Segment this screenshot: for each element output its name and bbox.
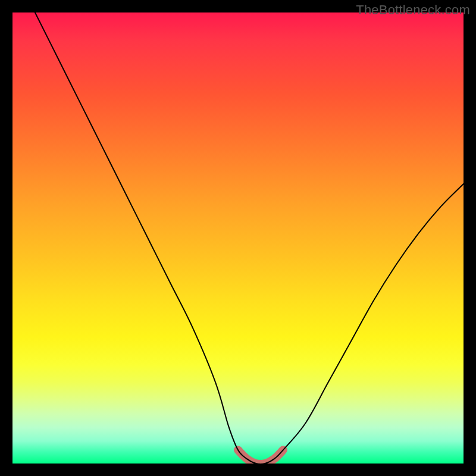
watermark-text: TheBottleneck.com xyxy=(356,2,470,18)
chart-frame: TheBottleneck.com xyxy=(0,0,476,476)
chart-svg xyxy=(12,12,464,464)
plot-area xyxy=(12,12,464,464)
bottleneck-curve xyxy=(35,12,464,464)
